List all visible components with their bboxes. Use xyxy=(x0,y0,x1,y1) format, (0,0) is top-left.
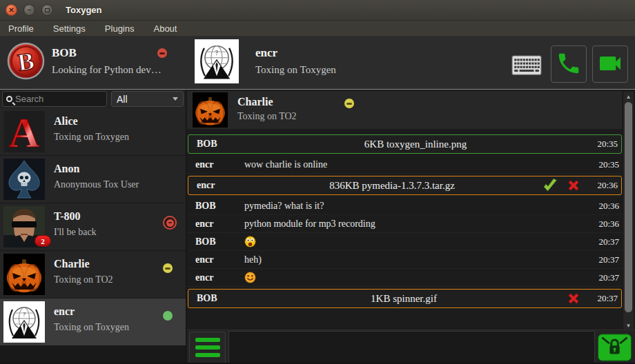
message-time: 20:37 xyxy=(587,254,623,265)
send-message-button[interactable] xyxy=(597,332,634,363)
chevron-down-icon xyxy=(173,97,178,101)
active-contact-name: encr xyxy=(255,46,277,60)
file-transfer-row: encr836KB pymedia-1.3.7.3.tar.gz20:36 xyxy=(188,176,622,195)
message-sender: encr xyxy=(187,219,244,230)
contact-name: encr xyxy=(54,305,75,318)
contact-name: Alice xyxy=(54,115,78,128)
message-row: BOB20:37 xyxy=(187,233,623,251)
search-box xyxy=(2,91,107,107)
self-avatar[interactable]: B xyxy=(7,42,45,80)
self-status-icon[interactable] xyxy=(157,48,167,61)
contact-item-alice[interactable]: AAliceToxing on Toxygen xyxy=(0,108,186,156)
contact-status-message: Toxing on TO2 xyxy=(54,274,113,285)
contact-status-message: Anonymous Tox User xyxy=(54,179,139,190)
message-list: BOB6KB toxygen_inline.png20:35encrwow ch… xyxy=(187,132,623,310)
message-sender: BOB xyxy=(187,201,244,212)
message-time: 20:35 xyxy=(587,159,623,170)
accept-transfer-button[interactable] xyxy=(538,177,562,194)
encrypted-send-icon xyxy=(597,332,634,363)
unread-count-badge: 2 xyxy=(35,235,51,247)
message-time: 20:37 xyxy=(587,236,623,247)
svg-text:A: A xyxy=(9,111,40,152)
search-icon xyxy=(6,96,12,102)
menu-item-profile[interactable]: Profile xyxy=(0,22,43,35)
messages-scrollbar[interactable]: ▲ ▼ xyxy=(623,91,634,331)
contact-list: AAliceToxing on ToxygenAnonAnonymous Tox… xyxy=(0,108,186,346)
message-row: encrpython module for mp3 recording20:36 xyxy=(187,215,623,233)
search-input[interactable] xyxy=(12,94,106,104)
menu-item-plugins[interactable]: Plugins xyxy=(95,22,144,35)
menu-item-about[interactable]: About xyxy=(144,22,186,35)
message-row: encrheh)20:37 xyxy=(187,251,623,269)
pumpkin-avatar xyxy=(3,254,45,295)
contact-item-anon[interactable]: AnonAnonymous Tox User xyxy=(0,156,186,203)
message-input[interactable] xyxy=(228,331,595,364)
window-controls: ✕ – xyxy=(0,4,53,16)
attachments-menu-button[interactable] xyxy=(189,332,226,363)
message-time: 20:37 xyxy=(587,272,623,283)
menu-item-settings[interactable]: Settings xyxy=(43,22,95,35)
active-contact-avatar: ? xyxy=(195,39,239,83)
spade-skull-avatar xyxy=(3,159,45,200)
video-camera-icon xyxy=(596,50,624,79)
minimize-button[interactable]: – xyxy=(23,4,35,16)
self-status-message: Looking for Python dev… xyxy=(52,64,162,76)
chat-peer-name: Charlie xyxy=(237,96,273,108)
contact-status-message: I'll be back xyxy=(54,227,97,238)
hamburger-icon xyxy=(195,338,220,342)
contact-status-icon xyxy=(163,311,173,323)
message-time: 20:36 xyxy=(587,201,623,212)
cancel-transfer-button[interactable] xyxy=(562,290,585,307)
scrollbar-thumb[interactable] xyxy=(625,102,632,312)
anonymous-avatar: ? xyxy=(3,301,45,343)
chat-peer-header: Charlie Toxing on TO2 xyxy=(187,91,622,129)
close-button[interactable]: ✕ xyxy=(6,4,17,16)
file-transfer-label: 836KB pymedia-1.3.7.3.tar.gz xyxy=(246,180,538,192)
phone-icon xyxy=(556,50,582,79)
message-row: BOBpymedia? what is it?20:36 xyxy=(187,197,623,215)
scroll-up-arrow[interactable]: ▲ xyxy=(623,92,634,101)
message-sender: encr xyxy=(187,254,244,265)
audio-call-button[interactable] xyxy=(551,46,587,83)
message-sender: BOB xyxy=(188,139,246,150)
message-text: heh) xyxy=(244,254,587,265)
file-transfer-row: BOB1KB spinner.gif20:37 xyxy=(188,289,622,308)
filter-value: All xyxy=(117,94,128,105)
contact-filter-dropdown[interactable]: All xyxy=(111,91,184,107)
svg-text:?: ? xyxy=(23,311,26,318)
contact-item-encr[interactable]: ?encrToxing on Toxygen xyxy=(0,299,186,346)
contact-status-message: Toxing on Toxygen xyxy=(54,322,129,333)
message-text: python module for mp3 recording xyxy=(244,219,587,230)
window-title: Toxygen xyxy=(66,5,102,15)
file-transfer-label: 1KB spinner.gif xyxy=(246,293,562,305)
message-sender: encr xyxy=(187,272,244,283)
chat-peer-status-icon xyxy=(344,99,354,111)
message-row: encr20:37 xyxy=(187,269,623,287)
maximize-button[interactable] xyxy=(41,4,53,16)
message-sender: BOB xyxy=(188,293,246,304)
keyboard-icon[interactable] xyxy=(511,55,542,74)
cancel-transfer-button[interactable] xyxy=(562,177,585,194)
video-call-button[interactable] xyxy=(592,46,628,83)
contact-item-t-800[interactable]: T-800I'll be back2 xyxy=(0,203,186,251)
menu-bar: ProfileSettingsPluginsAbout xyxy=(0,21,635,36)
emoji-smile xyxy=(244,272,587,283)
letter-a-avatar: A xyxy=(3,111,45,152)
message-sender: encr xyxy=(188,180,246,191)
search-row: All xyxy=(0,90,186,108)
contact-name: Anon xyxy=(54,163,79,175)
scroll-down-arrow[interactable]: ▼ xyxy=(623,321,634,330)
chat-panel: Charlie Toxing on TO2 BOB6KB toxygen_inl… xyxy=(187,90,635,364)
file-transfer-label: 6KB toxygen_inline.png xyxy=(246,139,585,150)
message-row: encrwow charlie is online20:35 xyxy=(187,156,623,174)
top-panel: B BOB Looking for Python dev… ? encr Tox… xyxy=(0,36,635,90)
file-transfer-row: BOB6KB toxygen_inline.png20:35 xyxy=(188,134,622,154)
svg-text:?: ? xyxy=(215,49,218,57)
active-contact-status-message: Toxing on Toxygen xyxy=(255,64,336,76)
pumpkin-avatar xyxy=(193,92,228,128)
self-name: BOB xyxy=(52,46,77,60)
message-time: 20:36 xyxy=(587,219,623,230)
contact-item-charlie[interactable]: CharlieToxing on TO2 xyxy=(0,251,186,299)
message-time: 20:37 xyxy=(585,293,621,304)
message-sender: encr xyxy=(187,159,244,170)
